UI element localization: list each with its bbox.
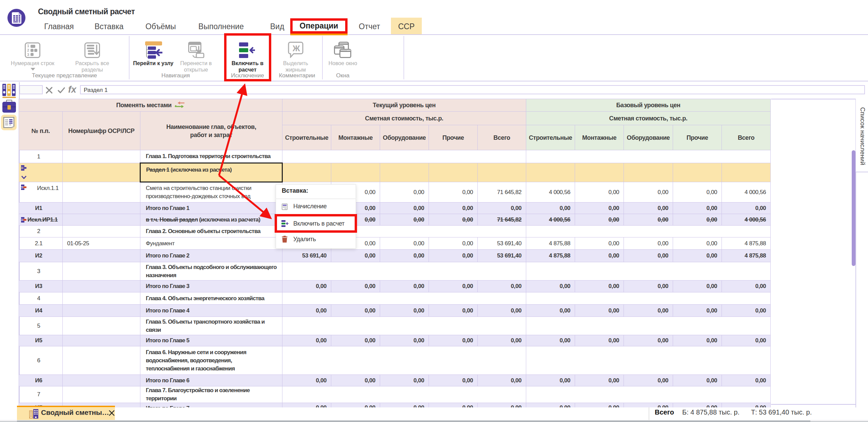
svg-text:3: 3 — [27, 53, 29, 57]
svg-text:1: 1 — [27, 44, 29, 48]
svg-text:Ж: Ж — [292, 44, 300, 53]
svg-text:2: 2 — [27, 48, 29, 52]
